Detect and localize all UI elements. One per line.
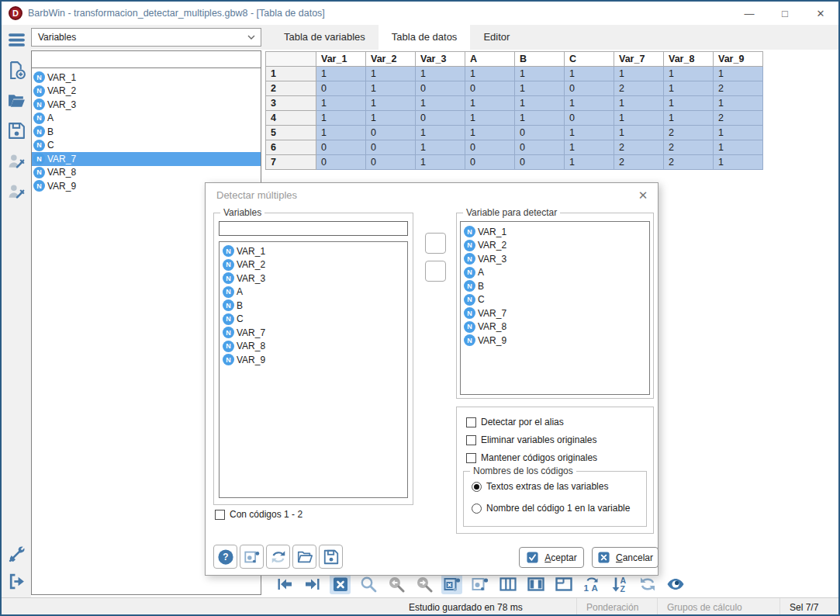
row-header[interactable]: 5 [266, 126, 316, 140]
table-cell[interactable]: 2 [614, 81, 664, 96]
variable-item[interactable]: NC [220, 313, 407, 327]
table-cell[interactable]: 1 [565, 155, 614, 170]
table-cell[interactable]: 1 [714, 96, 763, 111]
variable-item[interactable]: NVAR_2 [220, 258, 407, 272]
table-cell[interactable]: 1 [664, 96, 714, 111]
variable-item[interactable]: NVAR_3 [32, 98, 261, 112]
variable-item[interactable]: NA [461, 266, 649, 280]
variable-item[interactable]: NVAR_7 [461, 306, 649, 320]
radio-button[interactable] [472, 504, 482, 514]
variable-item[interactable]: NVAR_8 [32, 166, 261, 180]
variable-tools-2-icon[interactable] [7, 182, 26, 201]
move-right-button[interactable] [425, 233, 446, 254]
table-cell[interactable]: 0 [366, 140, 416, 155]
variable-item[interactable]: NA [32, 112, 261, 126]
sort-az-icon[interactable]: AZ [609, 573, 630, 594]
variable-item[interactable]: NVAR_7 [32, 152, 261, 166]
table-cell[interactable]: 1 [714, 126, 763, 140]
table-cell[interactable]: 1 [614, 126, 664, 140]
checkbox[interactable] [466, 453, 476, 463]
open-icon[interactable] [292, 545, 316, 569]
sidebar-filter-input[interactable] [32, 51, 261, 68]
table-cell[interactable]: 1 [664, 67, 714, 81]
split-columns-icon[interactable] [525, 573, 546, 594]
table-cell[interactable]: 0 [316, 81, 366, 96]
table-cell[interactable]: 1 [714, 155, 763, 170]
table-cell[interactable]: 0 [515, 155, 565, 170]
variable-item[interactable]: NVAR_8 [220, 340, 407, 354]
table-cell[interactable]: 1 [515, 81, 565, 96]
checkbox[interactable] [466, 435, 476, 445]
table-cell[interactable]: 1 [366, 96, 416, 111]
column-header[interactable]: Var_2 [366, 52, 416, 67]
variable-item[interactable]: NB [220, 299, 407, 313]
variable-item[interactable]: NVAR_2 [32, 85, 261, 99]
table-cell[interactable]: 0 [565, 81, 614, 96]
table-cell[interactable]: 1 [416, 96, 465, 111]
table-cell[interactable]: 1 [416, 126, 465, 140]
table-cell[interactable]: 1 [614, 111, 664, 126]
nav-last-icon[interactable] [302, 573, 323, 594]
table-cell[interactable]: 1 [416, 155, 465, 170]
variable-item[interactable]: NC [461, 293, 649, 307]
table-cell[interactable]: 1 [316, 111, 366, 126]
table-options-icon[interactable] [469, 573, 490, 594]
variable-item[interactable]: NVAR_2 [461, 239, 649, 253]
table-cell[interactable]: 1 [316, 67, 366, 81]
column-header[interactable]: A [465, 52, 515, 67]
table-cell[interactable]: 0 [366, 126, 416, 140]
table-cell[interactable]: 1 [664, 81, 714, 96]
layout-panel-icon[interactable] [553, 573, 574, 594]
table-cell[interactable]: 1 [614, 67, 664, 81]
table-cell[interactable]: 2 [664, 140, 714, 155]
table-cell[interactable]: 2 [714, 81, 763, 96]
variable-item[interactable]: NA [220, 286, 407, 299]
row-header[interactable]: 7 [266, 155, 316, 170]
table-cell[interactable]: 1 [316, 126, 366, 140]
search-next-icon[interactable] [413, 573, 434, 594]
table-cell[interactable]: 0 [515, 140, 565, 155]
table-cell[interactable]: 2 [664, 126, 714, 140]
cancel-button[interactable]: Cancelar [592, 547, 659, 568]
radio-option-row[interactable]: Nombre del código 1 en la variable [472, 503, 630, 514]
tab-tabla-de-datos[interactable]: Tabla de datos [379, 25, 471, 50]
move-left-button[interactable] [425, 261, 446, 282]
codes-checkbox-row[interactable]: Con códigos 1 - 2 [215, 509, 302, 520]
table-cell[interactable]: 1 [366, 111, 416, 126]
table-cell[interactable]: 0 [316, 155, 366, 170]
variable-item[interactable]: NB [32, 125, 261, 139]
option-checkbox-row[interactable]: Detectar por el alias [466, 417, 564, 427]
help-icon[interactable]: ? [213, 545, 237, 569]
table-cell[interactable]: 1 [515, 96, 565, 111]
refresh-icon[interactable] [637, 573, 658, 594]
table-cell[interactable]: 1 [416, 140, 465, 155]
repeat-icon[interactable] [266, 545, 290, 569]
table-cell[interactable]: 2 [714, 111, 763, 126]
table-cell[interactable]: 2 [664, 155, 714, 170]
variable-item[interactable]: NC [32, 139, 261, 153]
table-cell[interactable]: 2 [614, 155, 664, 170]
status-ponderacion[interactable]: Ponderación [576, 598, 638, 616]
table-cell[interactable]: 1 [664, 111, 714, 126]
variable-item[interactable]: NVAR_3 [220, 272, 407, 286]
table-cell[interactable]: 1 [565, 126, 614, 140]
exit-icon[interactable] [7, 572, 26, 591]
tools-icon[interactable] [7, 545, 26, 564]
table-cell[interactable]: 1 [316, 96, 366, 111]
table-cell[interactable]: 1 [714, 140, 763, 155]
column-header[interactable]: B [515, 52, 565, 67]
open-study-icon[interactable] [7, 91, 26, 110]
row-header[interactable]: 3 [266, 96, 316, 111]
minimize-button[interactable]: — [731, 2, 767, 25]
table-cell[interactable]: 0 [465, 140, 515, 155]
close-button[interactable]: ✕ [803, 2, 838, 25]
table-cell[interactable]: 0 [565, 111, 614, 126]
new-study-icon[interactable] [7, 61, 26, 80]
table-cell[interactable]: 0 [465, 155, 515, 170]
column-header[interactable]: Var_3 [416, 52, 465, 67]
column-header[interactable]: Var_1 [316, 52, 366, 67]
table-cell[interactable]: 1 [565, 67, 614, 81]
codes-checkbox[interactable] [215, 510, 225, 520]
table-cell[interactable]: 1 [465, 96, 515, 111]
table-cell[interactable]: 1 [465, 111, 515, 126]
